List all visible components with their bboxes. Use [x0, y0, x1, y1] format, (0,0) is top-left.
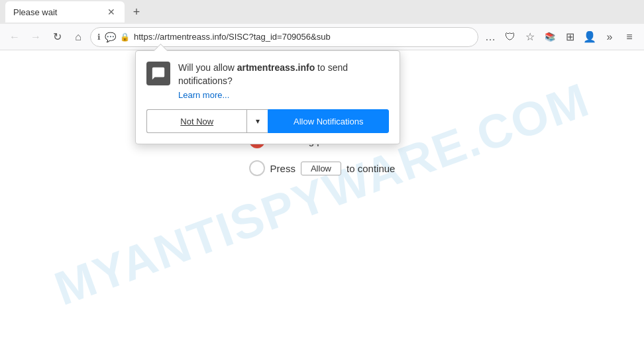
tab-bar: Please wait ✕ +: [0, 0, 644, 24]
hamburger-menu-button[interactable]: ≡: [620, 28, 639, 46]
extensions-button[interactable]: »: [600, 28, 619, 46]
to-continue-label: to continue: [347, 163, 395, 174]
address-bar[interactable]: ℹ 💬 🔒 https://artmentreass.info/SISC?tag…: [90, 27, 478, 47]
popup-header: Will you allow artmentreass.info to send…: [146, 62, 389, 100]
home-button[interactable]: ⌂: [69, 28, 87, 46]
browser-window: Please wait ✕ + ← → ↻ ⌂ ℹ 💬 🔒 https://ar…: [0, 0, 644, 337]
notification-popup: Will you allow artmentreass.info to send…: [135, 50, 400, 144]
active-tab[interactable]: Please wait ✕: [5, 1, 125, 23]
url-text: https://artmentreass.info/SISC?tag_id=70…: [134, 32, 471, 42]
back-button[interactable]: ←: [5, 28, 24, 46]
chevron-down-icon: ▾: [256, 117, 260, 126]
tab-close-button[interactable]: ✕: [106, 7, 117, 17]
nav-icons-right: … 🛡 ☆ 📚 ⊞ 👤 » ≡: [481, 28, 639, 46]
check-empty-icon: [249, 160, 265, 176]
lock-icon: 🔒: [120, 32, 130, 42]
not-now-dropdown-button[interactable]: ▾: [246, 109, 268, 133]
forward-button[interactable]: →: [27, 28, 45, 46]
tab-title: Please wait: [13, 7, 57, 17]
press-line: Press Allow to continue: [249, 160, 396, 176]
nav-bar: ← → ↻ ⌂ ℹ 💬 🔒 https://artmentreass.info/…: [0, 24, 644, 50]
bookmark-button[interactable]: ☆: [521, 28, 539, 46]
chat-notification-icon: 💬: [105, 32, 116, 42]
popup-message: Will you allow artmentreass.info to send…: [178, 62, 389, 100]
press-label: Press: [270, 163, 295, 174]
info-icon: ℹ: [97, 32, 101, 42]
allow-notifications-button[interactable]: Allow Notifications: [268, 109, 389, 133]
popup-actions: Not Now ▾ Allow Notifications: [146, 109, 389, 133]
learn-more-link[interactable]: Learn more...: [178, 90, 389, 100]
not-now-button[interactable]: Not Now: [146, 109, 246, 133]
account-button[interactable]: 👤: [580, 28, 599, 46]
library-button[interactable]: 📚: [541, 28, 559, 46]
allow-inline-button[interactable]: Allow: [301, 162, 341, 175]
more-options-button[interactable]: …: [481, 28, 500, 46]
popup-notification-icon: [146, 62, 170, 85]
shield-button[interactable]: 🛡: [501, 28, 519, 46]
reload-button[interactable]: ↻: [48, 28, 66, 46]
popup-text: Will you allow artmentreass.info to send…: [178, 62, 389, 87]
popup-domain: artmentreass.info: [237, 62, 315, 73]
new-tab-button[interactable]: +: [127, 3, 146, 21]
sync-button[interactable]: ⊞: [561, 28, 579, 46]
